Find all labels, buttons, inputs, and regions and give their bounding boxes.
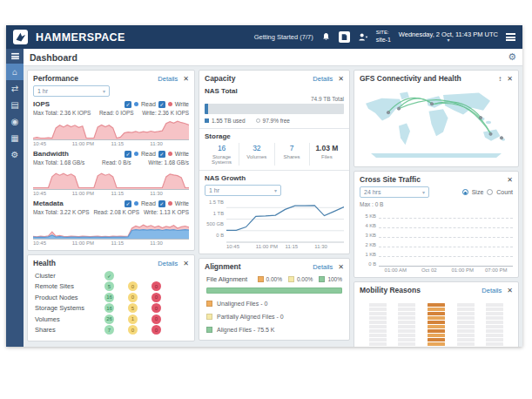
mobility-segment <box>398 329 415 333</box>
sidebar-item-settings[interactable]: ⚙ <box>6 146 24 163</box>
cross-site-range-select[interactable]: 24 hrs ▾ <box>360 186 429 198</box>
health-row-remote-sites: Remote Sites 5 0 0 <box>35 281 187 293</box>
storage-label: Storage <box>205 132 344 140</box>
notifications-bell-icon[interactable] <box>321 32 331 42</box>
site-selector[interactable]: SITE: site-1 <box>376 30 391 44</box>
error-count-badge: 0 <box>152 293 161 302</box>
mobility-segment <box>369 325 387 328</box>
mobility-segment <box>398 321 415 324</box>
mobility-segment <box>428 316 445 320</box>
alignment-details-link[interactable]: Details <box>313 263 333 271</box>
mobility-segment <box>428 308 445 311</box>
health-row-cluster: Cluster ✓ <box>35 270 187 281</box>
file-alignment-label: File Alignment <box>206 275 247 283</box>
getting-started-link[interactable]: Getting Started (7/7) <box>254 33 313 41</box>
mobility-segment <box>428 325 445 328</box>
mobility-segment <box>398 334 415 337</box>
count-radio[interactable] <box>487 189 493 195</box>
tasks-icon[interactable] <box>339 31 350 43</box>
storage-icon: ▦ <box>10 133 18 143</box>
error-count-badge: 0 <box>152 303 161 313</box>
cross-site-title: Cross Site Traffic <box>360 175 421 184</box>
ok-count-badge: 5 <box>104 281 114 291</box>
sidebar-item-storage[interactable]: ▦ <box>6 130 24 146</box>
mobility-bar-contention <box>428 302 445 347</box>
unaligned-swatch-icon <box>206 301 212 307</box>
disc-icon: ◉ <box>11 117 19 126</box>
health-panel: Health Details ✕ Cluster ✓ Remote Sites <box>27 254 195 342</box>
aligned-swatch-icon <box>206 327 212 333</box>
cross-site-close-icon[interactable]: ✕ <box>507 176 513 184</box>
expand-icon[interactable]: ↕ <box>498 75 502 83</box>
sidebar-item-copies[interactable]: ▤ <box>6 97 24 113</box>
alignment-close-icon[interactable]: ✕ <box>338 263 344 271</box>
cross-site-max-label: Max : 0 B <box>360 201 513 207</box>
mobility-bar-protection <box>457 302 475 347</box>
error-count-badge: 0 <box>152 325 161 335</box>
mobility-segment <box>457 338 475 342</box>
write-checkbox[interactable]: ✓ <box>158 200 165 207</box>
mobility-segment <box>369 312 387 315</box>
mobility-segment <box>486 329 503 333</box>
bandwidth-chart <box>33 166 189 190</box>
mobility-segment <box>457 334 475 337</box>
metadata-read: Read: 2.08 K OPS <box>93 209 139 215</box>
count-radio-label: Count <box>496 189 513 195</box>
read-dot-icon <box>134 102 138 106</box>
size-radio[interactable] <box>462 189 468 195</box>
stat-storage-systems[interactable]: 16 Storage Systems <box>205 143 239 166</box>
mobility-segment <box>398 308 415 311</box>
capacity-bar <box>205 104 344 114</box>
stat-volumes[interactable]: 32 Volumes <box>239 143 273 166</box>
nas-growth-range-select[interactable]: 1 hr ▾ <box>205 185 281 196</box>
gear-icon: ⚙ <box>11 150 19 159</box>
size-radio-label: Size <box>472 189 484 195</box>
performance-close-icon[interactable]: ✕ <box>183 75 189 83</box>
sidebar-menu-toggle[interactable] <box>6 49 24 64</box>
brand-title: HAMMERSPACE <box>36 31 125 44</box>
capacity-used-bar <box>205 104 208 114</box>
mobility-segment <box>457 303 475 307</box>
capacity-close-icon[interactable]: ✕ <box>338 75 344 83</box>
sidebar-item-dashboard[interactable]: ⌂ <box>6 64 24 80</box>
write-checkbox[interactable]: ✓ <box>158 151 165 158</box>
write-checkbox[interactable]: ✓ <box>158 101 165 108</box>
alignment-bar <box>206 287 342 294</box>
mobility-segment <box>428 338 445 342</box>
stat-files[interactable]: 1.03 M Files <box>309 143 344 166</box>
sidebar-item-mobility[interactable]: ⇄ <box>6 80 24 97</box>
read-checkbox[interactable]: ✓ <box>125 101 131 108</box>
health-close-icon[interactable]: ✕ <box>183 260 189 267</box>
dashboard-settings-gear-icon[interactable]: ⚙ <box>508 51 516 63</box>
menu-button[interactable] <box>506 33 515 41</box>
datetime-selector[interactable]: Wednesday, 2 Oct, 11:43 PM UTC ▾ <box>399 31 498 44</box>
iops-max: Max Total: 2.36 K IOPS <box>33 110 91 116</box>
gfs-close-icon[interactable]: ✕ <box>507 75 513 83</box>
capacity-details-link[interactable]: Details <box>313 75 333 83</box>
chevron-down-icon: ▾ <box>447 37 449 44</box>
dashboard-content: Performance Details ✕ 1 hr ▾ IOPS <box>24 66 522 347</box>
chevron-down-icon: ▾ <box>274 187 277 193</box>
iops-label: IOPS <box>33 100 50 108</box>
chevron-down-icon: ▾ <box>422 189 425 195</box>
health-row-storage-systems: Storage Systems 16 5 0 <box>35 303 187 314</box>
read-checkbox[interactable]: ✓ <box>125 200 131 207</box>
mobility-segment <box>486 303 503 307</box>
performance-range-select[interactable]: 1 hr ▾ <box>33 85 110 97</box>
performance-details-link[interactable]: Details <box>158 75 178 83</box>
user-menu-icon[interactable] <box>358 32 368 42</box>
sidebar-item-volumes[interactable]: ◉ <box>6 113 24 130</box>
cross-site-traffic-panel: Cross Site Traffic ✕ 24 hrs ▾ <box>354 171 519 278</box>
world-map[interactable] <box>354 85 518 166</box>
alignment-title: Alignment <box>205 262 241 271</box>
mobility-close-icon[interactable]: ✕ <box>507 287 513 294</box>
write-dot-icon <box>168 102 172 106</box>
hammerspace-logo-icon[interactable] <box>13 30 28 44</box>
health-details-link[interactable]: Details <box>158 260 178 267</box>
stat-shares[interactable]: 7 Shares <box>274 143 309 166</box>
bandwidth-label: Bandwidth <box>33 150 69 158</box>
mobility-segment <box>486 316 503 320</box>
mobility-segment <box>486 321 503 324</box>
read-checkbox[interactable]: ✓ <box>125 151 131 158</box>
mobility-details-link[interactable]: Details <box>481 287 502 294</box>
